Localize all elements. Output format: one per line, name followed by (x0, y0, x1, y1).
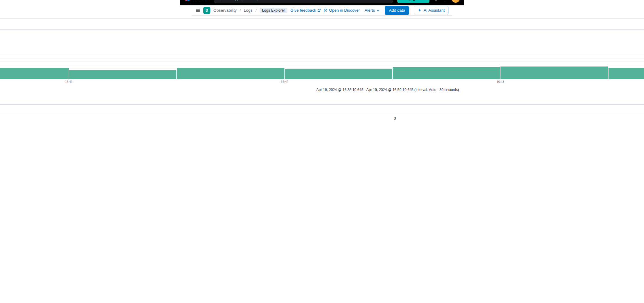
pagination: ‹ 12345 › (0, 115, 644, 122)
chevron-down-icon (376, 9, 380, 12)
namespace-row: Namespace Any (0, 31, 644, 43)
histogram-bar[interactable] (500, 67, 608, 79)
global-search-input[interactable]: Find apps, content, and more. ⌘/ (214, 0, 393, 3)
grid-footer: Rows per page: 100 ‹ 12345 › (0, 113, 644, 123)
histogram-x-labels: Apr 19, 2024 16:3516:3616:3716:3816:3916… (0, 79, 644, 87)
global-search-placeholder: Find apps, content, and more. (224, 0, 383, 1)
histogram-bars (0, 55, 644, 79)
header-right: Setup guides MB (397, 0, 460, 3)
histogram-plot (0, 55, 644, 79)
histogram-bar[interactable] (285, 69, 392, 79)
pagination-pages: 12345 (0, 115, 644, 122)
page-button-2[interactable]: 2 (0, 115, 72, 122)
header-center: Find apps, content, and more. ⌘/ (214, 0, 393, 3)
setup-guides-button[interactable]: Setup guides (397, 0, 430, 3)
breadcrumb-separator: / (255, 8, 257, 13)
breadcrumb-bar: D Observability / Logs / Logs Explorer G… (192, 5, 452, 16)
histogram-controls: Auto interval No breakdown (0, 43, 644, 54)
breadcrumb-actions: Open in Discover Alerts Add data AI Assi… (324, 6, 449, 15)
settings-icon[interactable] (443, 0, 447, 1)
histogram-bar[interactable] (0, 68, 69, 79)
breadcrumb-separator: / (240, 8, 241, 13)
kql-search-bar[interactable] (0, 18, 644, 30)
content-column-header[interactable]: content i (0, 107, 644, 111)
breadcrumb-observability[interactable]: Observability (213, 8, 237, 13)
cloud-icon[interactable] (434, 0, 438, 1)
histogram-bar[interactable] (177, 68, 284, 79)
menu-icon[interactable] (195, 8, 200, 13)
x-tick-label: 16:43 (497, 80, 504, 84)
elastic-logo-icon (184, 0, 191, 2)
documents-histogram: 350300250200150100500 (0, 54, 644, 79)
external-link-icon (318, 9, 321, 12)
ai-assistant-button[interactable]: AI Assistant (414, 6, 449, 15)
time-range-caption: Apr 19, 2024 @ 16:35:10.645 - Apr 19, 20… (0, 87, 644, 94)
avatar[interactable]: MB (452, 0, 460, 3)
grid-header: @timestamp i ↓ resource i content i (0, 105, 644, 113)
breadcrumb-logs[interactable]: Logs (244, 8, 252, 13)
kql-input[interactable] (0, 22, 644, 26)
add-data-button[interactable]: Add data (385, 6, 409, 15)
histogram-bar[interactable] (69, 70, 176, 79)
brand-name: elastic (193, 0, 210, 2)
x-tick-label: 16:41 (65, 80, 73, 84)
logs-explorer-page: elastic Find apps, content, and more. ⌘/… (0, 0, 644, 7)
page-button-3[interactable]: 3 (73, 115, 644, 122)
tabs-row: Documents (3,602) Field statistics Colum… (0, 94, 644, 105)
give-feedback-link[interactable]: Give feedback (290, 8, 321, 13)
breadcrumb-logs-explorer: Logs Explorer (260, 8, 287, 13)
elastic-brand[interactable]: elastic (184, 0, 210, 2)
query-toolbar: [AWS] cloudtrail (0, 16, 644, 31)
x-tick-label: 16:42 (281, 80, 288, 84)
space-badge[interactable]: D (203, 7, 210, 14)
global-header: elastic Find apps, content, and more. ⌘/… (180, 0, 464, 5)
sparkle-icon (418, 8, 422, 12)
search-shortcut-hint: ⌘/ (385, 0, 389, 1)
search-icon (217, 0, 221, 1)
histogram-bar[interactable] (608, 68, 644, 79)
external-link-icon (324, 9, 327, 12)
alerts-dropdown[interactable]: Alerts (365, 8, 380, 13)
open-in-discover-link[interactable]: Open in Discover (324, 8, 360, 13)
histogram-bar[interactable] (393, 67, 500, 79)
